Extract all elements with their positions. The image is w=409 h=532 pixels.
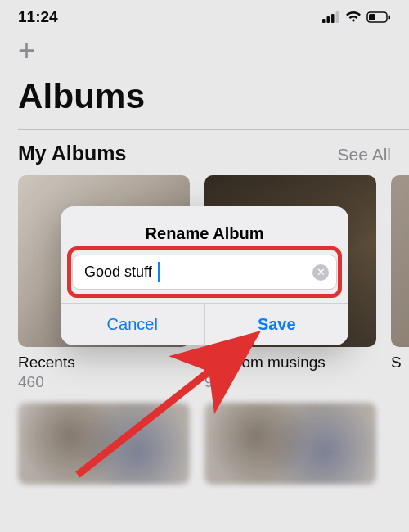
add-album-button[interactable]: + [18,36,47,65]
battery-icon [366,11,391,23]
album-name-input-wrap: ✕ [72,255,337,290]
album-thumbnail-blurred [204,403,376,485]
save-button[interactable]: Save [204,304,349,345]
album-row-second [0,391,409,485]
section-title: My Albums [18,142,126,165]
my-albums-header: My Albums See All [0,130,409,175]
cellular-icon [322,11,340,23]
album-name: S [391,354,409,372]
album-count: 460 [18,373,190,391]
svg-rect-5 [369,14,375,20]
album-name: Random musings [204,354,376,372]
svg-rect-1 [327,16,330,23]
page-title: Albums [18,77,391,116]
svg-rect-6 [389,16,391,20]
album-name: Recents [18,354,190,372]
album-name-input[interactable] [72,255,337,290]
album-thumbnail [391,175,409,347]
status-time: 11:24 [18,8,58,26]
svg-rect-3 [336,11,339,23]
dialog-title: Rename Album [61,206,348,255]
wifi-icon [345,11,362,23]
dialog-buttons: Cancel Save [61,303,348,345]
svg-rect-0 [322,19,326,23]
album-card-partial[interactable]: S [391,175,409,391]
status-icons [322,11,391,23]
see-all-link[interactable]: See All [338,145,391,165]
text-caret [158,262,160,282]
cancel-button[interactable]: Cancel [61,304,204,345]
album-count: 9 [204,373,376,391]
album-thumbnail-blurred [18,403,190,485]
rename-album-dialog: Rename Album ✕ Cancel Save [61,206,348,345]
close-icon: ✕ [317,267,326,277]
clear-input-button[interactable]: ✕ [312,264,329,281]
header: + Albums [0,29,409,116]
svg-rect-2 [331,14,335,23]
status-bar: 11:24 [0,0,409,29]
